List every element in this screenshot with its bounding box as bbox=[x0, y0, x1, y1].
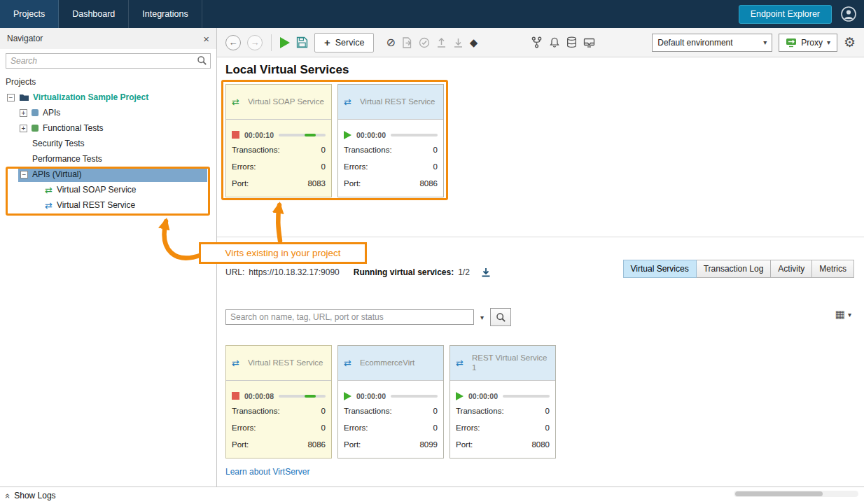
stop-button[interactable] bbox=[232, 392, 239, 400]
add-service-label: Service bbox=[335, 38, 365, 48]
learn-about-virtserver-link[interactable]: Learn about VirtServer bbox=[225, 467, 310, 477]
environment-value: Default environment bbox=[657, 38, 763, 48]
rest-service-icon: ⇄ bbox=[45, 201, 53, 210]
proxy-button[interactable]: Proxy ▾ bbox=[779, 34, 837, 52]
virts-search-row: ▾ bbox=[225, 308, 511, 326]
errors-label: Errors: bbox=[344, 162, 368, 173]
tree-item-virtual-soap-service[interactable]: ⇄ Virtual SOAP Service bbox=[0, 182, 216, 197]
validate-check-icon[interactable] bbox=[419, 37, 430, 48]
service-uptime: 00:00:00 bbox=[356, 131, 386, 139]
forward-icon[interactable]: → bbox=[247, 35, 263, 50]
tree-item-project[interactable]: − Virtualization Sample Project bbox=[0, 90, 216, 105]
scrollbar-thumb[interactable] bbox=[735, 491, 823, 496]
errors-row: Errors:0 bbox=[450, 424, 555, 434]
errors-row: Errors:0 bbox=[226, 162, 331, 173]
tree-item-functional-tests[interactable]: + Functional Tests bbox=[0, 120, 216, 136]
tree-item-label: APIs bbox=[43, 108, 60, 118]
tab-metrics[interactable]: Metrics bbox=[811, 260, 854, 278]
horizontal-scrollbar[interactable] bbox=[734, 491, 858, 497]
add-service-button[interactable]: + Service bbox=[314, 33, 374, 52]
start-button[interactable] bbox=[344, 131, 351, 139]
rest-service-icon: ⇄ bbox=[232, 358, 239, 368]
endpoint-explorer-button[interactable]: Endpoint Explorer bbox=[739, 5, 832, 24]
service-card-virtual-soap[interactable]: ⇄ Virtual SOAP Service 00:00:10 Transact… bbox=[225, 84, 332, 197]
errors-label: Errors: bbox=[232, 162, 256, 173]
expand-expander-icon[interactable]: + bbox=[20, 109, 27, 117]
service-card-ecommercevirt[interactable]: ⇄ EcommerceVirt 00:00:00 Transactions:0 … bbox=[337, 345, 444, 458]
tab-activity[interactable]: Activity bbox=[770, 260, 812, 278]
tree-item-label: Virtual REST Service bbox=[57, 200, 135, 210]
service-card-name: Virtual REST Service bbox=[248, 358, 326, 368]
service-card-name: EcommerceVirt bbox=[360, 358, 438, 368]
run-icon[interactable] bbox=[280, 37, 290, 48]
search-icon[interactable] bbox=[197, 55, 207, 68]
port-label: Port: bbox=[232, 179, 249, 190]
user-account-icon[interactable] bbox=[840, 6, 857, 22]
load-bar-fill bbox=[305, 134, 316, 136]
virts-search-input[interactable] bbox=[225, 309, 474, 325]
section-divider bbox=[217, 237, 864, 237]
show-logs-toggle[interactable]: Show Logs bbox=[14, 491, 55, 500]
tree-item-label: Performance Tests bbox=[32, 154, 102, 164]
chevron-down-icon: ▾ bbox=[848, 311, 851, 318]
notifications-bell-icon[interactable] bbox=[549, 36, 560, 48]
download-virts-icon[interactable] bbox=[481, 267, 491, 277]
settings-gear-icon[interactable]: ⚙ bbox=[844, 34, 856, 50]
view-mode-control[interactable]: ▦ ▾ bbox=[835, 308, 851, 321]
port-label: Port: bbox=[456, 440, 473, 451]
tab-transaction-log[interactable]: Transaction Log bbox=[696, 260, 772, 278]
download-icon[interactable] bbox=[453, 37, 464, 48]
errors-row: Errors:0 bbox=[338, 424, 443, 434]
running-services-label: Running virtual services: bbox=[354, 267, 454, 277]
tree-item-virtual-rest-service[interactable]: ⇄ Virtual REST Service bbox=[0, 197, 216, 213]
transactions-value: 0 bbox=[321, 146, 326, 156]
upload-icon[interactable] bbox=[436, 37, 447, 48]
tab-projects[interactable]: Projects bbox=[0, 0, 59, 28]
close-icon[interactable]: × bbox=[203, 33, 209, 45]
page-title: Local Virtual Services bbox=[225, 63, 349, 77]
service-card-rest-virtual-service-1[interactable]: ⇄ REST Virtual Service 1 00:00:00 Transa… bbox=[450, 345, 556, 458]
tab-dashboard[interactable]: Dashboard bbox=[59, 0, 129, 28]
navigator-search-input[interactable] bbox=[6, 53, 211, 69]
export-file-icon[interactable] bbox=[402, 37, 412, 48]
start-button[interactable] bbox=[456, 392, 464, 400]
service-card-name: Virtual SOAP Service bbox=[248, 97, 326, 107]
endpoint-explorer-label: Endpoint Explorer bbox=[751, 9, 820, 19]
git-branch-icon[interactable] bbox=[531, 36, 543, 48]
environment-select[interactable]: Default environment ▾ bbox=[652, 34, 772, 52]
navigator-search bbox=[6, 53, 211, 69]
virtserver-icon[interactable] bbox=[583, 37, 595, 48]
soap-service-icon: ⇄ bbox=[232, 97, 239, 106]
back-icon[interactable]: ← bbox=[225, 35, 241, 50]
tree-item-performance-tests[interactable]: Performance Tests bbox=[0, 151, 216, 167]
database-icon[interactable] bbox=[566, 36, 577, 48]
tree-item-apis[interactable]: + APIs bbox=[0, 105, 216, 120]
save-icon[interactable] bbox=[296, 36, 308, 48]
chevron-down-icon: ▾ bbox=[827, 38, 830, 46]
service-card-virtual-rest-server[interactable]: ⇄ Virtual REST Service 00:00:08 Transact… bbox=[225, 345, 332, 458]
tree-item-security-tests[interactable]: Security Tests bbox=[0, 136, 216, 151]
search-options-caret-icon[interactable]: ▾ bbox=[474, 314, 490, 321]
service-card-virtual-rest[interactable]: ⇄ Virtual REST Service 00:00:00 Transact… bbox=[337, 84, 444, 197]
stop-button[interactable] bbox=[232, 131, 239, 139]
expand-expander-icon[interactable]: + bbox=[20, 125, 27, 132]
start-button[interactable] bbox=[344, 392, 351, 400]
tab-virtual-services[interactable]: Virtual Services bbox=[623, 260, 697, 278]
tab-dashboard-label: Dashboard bbox=[72, 9, 115, 19]
tab-integrations[interactable]: Integrations bbox=[129, 0, 202, 28]
annotation-callout: Virts existing in your project bbox=[199, 242, 367, 264]
port-label: Port: bbox=[232, 440, 249, 451]
collapse-expander-icon[interactable]: − bbox=[7, 94, 15, 102]
tree-item-apis-virtual-row: − APIs (Virtual) bbox=[0, 167, 216, 182]
tree-item-apis-virtual[interactable]: − APIs (Virtual) bbox=[18, 167, 207, 182]
port-label: Port: bbox=[344, 440, 361, 451]
service-status-row: 00:00:10 bbox=[226, 130, 331, 139]
load-bar bbox=[391, 395, 438, 398]
readyapi-diamond-icon[interactable]: ◆ bbox=[470, 37, 478, 48]
discovery-icon[interactable]: ⊘ bbox=[386, 37, 395, 48]
search-button[interactable] bbox=[490, 308, 511, 326]
collapse-expander-icon[interactable]: − bbox=[20, 171, 28, 178]
tree-item-label: Security Tests bbox=[32, 139, 84, 148]
project-tree: − Virtualization Sample Project + APIs +… bbox=[0, 90, 216, 213]
transactions-label: Transactions: bbox=[232, 146, 280, 156]
